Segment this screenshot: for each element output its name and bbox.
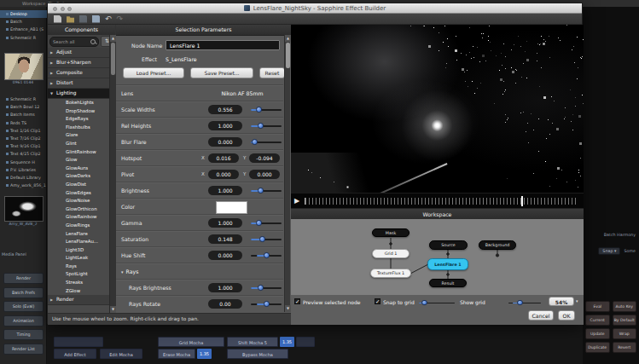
tree-item[interactable]: Text 4/15 Clip2 (0, 150, 47, 158)
preview-viewport[interactable] (291, 25, 584, 193)
panel-button[interactable]: Animation (3, 315, 44, 326)
hue-shift-value[interactable]: 0.000 (208, 251, 242, 260)
hotspot-x-value[interactable]: 0.016 (208, 153, 239, 163)
side-button[interactable]: Auto Key (613, 301, 637, 312)
blur-flare-value[interactable]: 0.000 (208, 137, 242, 147)
tree-item[interactable]: Text 1/16 Clip1 (0, 127, 47, 135)
component-item[interactable]: GlowAura (48, 165, 110, 173)
scroll-down-icon[interactable]: ▼ (110, 306, 116, 313)
timeline-clip[interactable]: Add Effect (54, 349, 96, 359)
zoom-slider[interactable] (508, 298, 541, 308)
component-category-render[interactable]: Render (48, 295, 110, 305)
ok-button[interactable]: OK (558, 310, 575, 321)
save-as-icon[interactable] (92, 15, 100, 23)
pivot-y-value[interactable]: 0.000 (249, 170, 280, 179)
rays-rotate-value[interactable]: 0.00 (208, 299, 242, 309)
timeline-clip[interactable]: Bypass Mocha (227, 349, 288, 359)
tree-item[interactable]: P.V. Libraries (0, 166, 47, 174)
component-category[interactable]: Blur+Sharpen (48, 58, 110, 68)
component-category[interactable]: Composite (48, 68, 110, 78)
node-source[interactable]: Source (429, 240, 468, 250)
tree-item[interactable]: Text 7/16 Clip2 (0, 135, 47, 142)
tree-item[interactable]: Schematic R (0, 34, 47, 42)
node-lensflare-selected[interactable]: LensFlare 1 (427, 258, 468, 270)
component-item[interactable]: GlowRainbow (48, 213, 110, 222)
tree-item[interactable]: Reds TS (0, 119, 47, 127)
snap-to-grid-checkbox[interactable]: ✓ (375, 298, 380, 304)
zoom-window-button[interactable] (67, 7, 72, 11)
side-button[interactable]: Revert (613, 342, 637, 353)
project-thumbnail-clip[interactable] (4, 196, 44, 222)
tree-item[interactable]: Sequence H (0, 159, 47, 166)
close-window-button[interactable] (53, 7, 57, 11)
tree-item[interactable]: Schematic R (0, 95, 47, 103)
tree-item[interactable]: Enhance_AB1 (S (0, 26, 47, 33)
component-item[interactable]: Flashbulbs (48, 124, 110, 132)
playhead[interactable] (521, 196, 523, 206)
side-button[interactable]: Update (585, 328, 610, 339)
timeline-clip[interactable] (296, 337, 315, 347)
rays-rotate-slider[interactable] (251, 299, 282, 309)
blur-flare-slider[interactable] (251, 137, 282, 147)
hotspot-y-value[interactable]: -0.094 (249, 153, 280, 163)
play-icon[interactable]: ▶ (294, 197, 299, 205)
component-item[interactable]: Light3D (48, 246, 110, 255)
component-item[interactable]: Streaks (48, 279, 110, 287)
cancel-button[interactable]: Cancel (528, 310, 554, 321)
component-category[interactable]: Distort (48, 78, 110, 89)
gamma-slider[interactable] (251, 218, 282, 228)
component-item[interactable]: Glint (48, 140, 110, 148)
pivot-x-value[interactable]: 0.000 (208, 170, 239, 179)
panel-button[interactable]: Batch Prefs (3, 287, 44, 298)
gamma-value[interactable]: 1.000 (208, 218, 242, 228)
component-item[interactable]: EdgeRays (48, 115, 110, 124)
component-item[interactable]: LensFlareAu... (48, 238, 110, 246)
tree-item[interactable]: Batch (0, 18, 47, 26)
tree-item[interactable]: Batch Bowl 12 (0, 103, 47, 111)
component-item[interactable]: GlowOrthicon (48, 205, 110, 214)
component-item[interactable]: DropShadow (48, 107, 110, 116)
timeline-scrubber[interactable] (305, 198, 578, 205)
scroll-up-icon[interactable]: ▲ (110, 35, 116, 42)
component-item[interactable]: Glare (48, 131, 110, 140)
rel-heights-value[interactable]: 1.000 (208, 121, 242, 130)
component-item[interactable]: GlintRainbow (48, 148, 110, 157)
redo-icon[interactable]: ↷ (117, 15, 124, 23)
panel-button[interactable]: Render (3, 273, 44, 284)
node-graph-canvas[interactable]: Mask Grid 1 TextureFlux 1 Source Backgro… (291, 219, 584, 295)
scale-widths-value[interactable]: 0.556 (208, 105, 242, 114)
reset-button[interactable]: Reset (259, 67, 285, 78)
brightness-value[interactable]: 1.000 (208, 186, 242, 195)
saturation-slider[interactable] (251, 234, 282, 244)
zoom-dropdown-icon[interactable]: ▾ (576, 298, 578, 303)
component-item[interactable]: GlowDist (48, 181, 110, 189)
component-item[interactable]: LightLeak (48, 254, 110, 263)
timeline-clip[interactable] (54, 337, 103, 347)
component-category[interactable]: Adjust (48, 48, 110, 58)
component-item[interactable]: GlowNoise (48, 197, 110, 205)
component-item[interactable]: SpotLight (48, 270, 110, 279)
components-scrollbar[interactable]: ▲ ▼ (109, 35, 115, 313)
component-category-lighting[interactable]: Lighting (48, 89, 110, 99)
component-item[interactable]: GlowDarks (48, 172, 110, 181)
tree-item[interactable]: Amy_work_856_1 (0, 182, 47, 189)
timeline-clip[interactable]: Grid Mocha (158, 337, 224, 347)
timeline-clip[interactable]: Erase Mocha (158, 349, 195, 359)
param-section-rays[interactable]: Rays (116, 263, 283, 280)
node-textureflux[interactable]: TextureFlux 1 (370, 269, 411, 278)
node-result[interactable]: Result (429, 279, 467, 287)
component-item[interactable]: Rays (48, 263, 110, 271)
side-button[interactable]: Current (585, 315, 610, 326)
rel-heights-slider[interactable] (251, 121, 282, 130)
rays-brightness-slider[interactable] (251, 283, 282, 292)
component-item[interactable]: GlowRings (48, 222, 110, 230)
panel-button[interactable]: Solo (Eval) (3, 301, 44, 312)
rays-brightness-value[interactable]: 1.000 (208, 283, 242, 292)
side-button[interactable]: Duplicate (585, 342, 610, 353)
component-item[interactable]: BokehLights (48, 99, 110, 107)
brightness-slider[interactable] (251, 186, 282, 195)
panel-button[interactable]: Render List (3, 344, 44, 355)
undo-icon[interactable]: ↶ (105, 15, 112, 23)
minimize-window-button[interactable] (61, 7, 65, 11)
open-folder-icon[interactable] (67, 15, 74, 23)
